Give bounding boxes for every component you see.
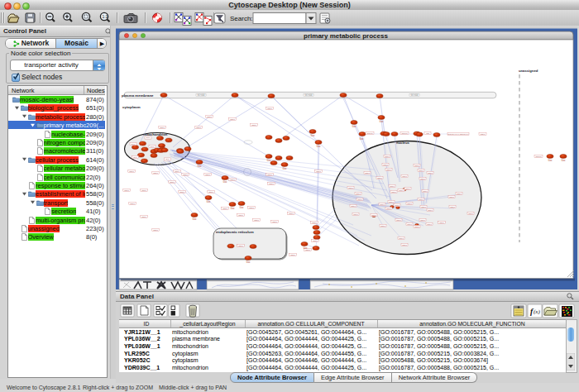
svg-text:GO:0: GO:0 <box>421 206 426 208</box>
svg-text:GO:0: GO:0 <box>208 191 213 194</box>
svg-text:GO:004: GO:004 <box>410 93 419 97</box>
svg-text:GO:0: GO:0 <box>160 127 165 129</box>
svg-text:GO:0: GO:0 <box>423 190 428 193</box>
svg-text:GO:0: GO:0 <box>351 205 356 208</box>
svg-text:GO:0: GO:0 <box>395 204 400 207</box>
svg-text:Gxx: Gxx <box>304 246 309 250</box>
svg-text:GO:0: GO:0 <box>371 214 376 217</box>
svg-text:plasma membrane: plasma membrane <box>122 93 154 98</box>
svg-text:Gxx: Gxx <box>315 237 320 241</box>
svg-text:GO:0: GO:0 <box>399 189 404 192</box>
svg-text:GO:00: GO:00 <box>535 155 542 158</box>
svg-text:GO:0: GO:0 <box>414 226 419 228</box>
svg-text:GO:0: GO:0 <box>267 108 272 110</box>
svg-text:Gxx: Gxx <box>193 218 198 221</box>
svg-text:GO:0: GO:0 <box>428 172 433 174</box>
svg-text:GO:0: GO:0 <box>356 193 361 195</box>
svg-text:GO:0: GO:0 <box>450 206 455 208</box>
svg-text:Gxx: Gxx <box>562 159 567 162</box>
svg-text:GO:0: GO:0 <box>175 170 179 173</box>
svg-text:GO:0: GO:0 <box>383 164 388 166</box>
svg-text:1:1: 1:1 <box>102 14 108 19</box>
svg-text:GO:0: GO:0 <box>439 222 444 224</box>
svg-text:GO:0: GO:0 <box>223 208 227 210</box>
svg-text:Gxx: Gxx <box>360 137 365 141</box>
svg-text:Gxx: Gxx <box>311 134 316 137</box>
svg-text:GO:0: GO:0 <box>377 177 382 179</box>
svg-text:GO:0: GO:0 <box>357 198 362 201</box>
svg-text:GO:0: GO:0 <box>153 229 158 232</box>
svg-text:GO:0: GO:0 <box>207 116 212 118</box>
svg-text:GO:0: GO:0 <box>402 175 407 178</box>
svg-text:GO:0: GO:0 <box>130 203 135 205</box>
svg-text:Gxx: Gxx <box>352 125 357 128</box>
svg-text:Gxx: Gxx <box>223 180 228 184</box>
svg-text:GO:004: GO:004 <box>304 93 313 97</box>
svg-text:endoplasmic reticulum: endoplasmic reticulum <box>216 230 254 234</box>
svg-text:GO:0: GO:0 <box>389 201 394 203</box>
svg-text:Gxx: Gxx <box>246 261 251 264</box>
svg-text:GO:0044444 GO:00444: GO:0044444 GO:00444 <box>447 133 469 136</box>
svg-text:GO:0: GO:0 <box>414 165 419 167</box>
svg-text:GO:0: GO:0 <box>316 170 321 173</box>
svg-text:primary metabolic process: primary metabolic process <box>304 32 388 40</box>
svg-text:GO:0: GO:0 <box>380 203 385 206</box>
svg-text:GO:0: GO:0 <box>386 169 391 171</box>
svg-text:GO:0: GO:0 <box>183 174 188 176</box>
svg-text:GO:0: GO:0 <box>289 213 294 215</box>
svg-text:GO:0: GO:0 <box>481 133 486 136</box>
svg-text:GO:0: GO:0 <box>230 118 235 121</box>
svg-text:GO:0: GO:0 <box>141 189 146 192</box>
svg-text:unassigned: unassigned <box>519 69 538 73</box>
svg-text:GO:0: GO:0 <box>420 219 425 222</box>
svg-text:GO:0: GO:0 <box>391 191 396 194</box>
svg-text:GO:0: GO:0 <box>380 225 385 227</box>
svg-text:GO:0: GO:0 <box>129 170 134 173</box>
svg-text:Search:: Search: <box>230 15 253 22</box>
svg-text:GO:0: GO:0 <box>396 219 401 222</box>
svg-text:GO:0: GO:0 <box>348 187 353 189</box>
svg-text:GO:0: GO:0 <box>269 183 274 185</box>
svg-text:GO:0: GO:0 <box>419 170 423 172</box>
svg-text:cytoplasm: cytoplasm <box>122 105 141 109</box>
svg-text:(x): (x) <box>534 308 540 315</box>
svg-text:Gxx: Gxx <box>198 165 203 168</box>
svg-text:Gxx: Gxx <box>267 159 272 162</box>
svg-text:GO:00: GO:00 <box>366 132 373 135</box>
svg-text:GO:00: GO:00 <box>401 132 408 135</box>
svg-text:GO:0: GO:0 <box>405 188 410 190</box>
svg-text:GO:0: GO:0 <box>312 222 317 224</box>
svg-text:Gxx: Gxx <box>548 159 553 162</box>
svg-text:GO:0: GO:0 <box>457 193 462 195</box>
svg-text:mitochondrion: mitochondrion <box>143 132 168 136</box>
svg-text:GO:0: GO:0 <box>449 196 454 198</box>
svg-text:GO:0: GO:0 <box>390 185 395 188</box>
svg-text:GO:0: GO:0 <box>399 237 404 240</box>
svg-text:GO:0: GO:0 <box>468 213 473 215</box>
svg-text:GO:0: GO:0 <box>267 174 272 176</box>
svg-text:GO:0: GO:0 <box>402 244 407 246</box>
svg-text:GO:0: GO:0 <box>170 181 175 184</box>
svg-text:GO:0: GO:0 <box>272 221 277 223</box>
svg-text:GO:0: GO:0 <box>141 216 146 218</box>
svg-text:GO:0: GO:0 <box>230 179 235 181</box>
svg-text:GO:0: GO:0 <box>153 172 158 174</box>
svg-text:nucleus: nucleus <box>396 141 409 145</box>
svg-text:Gxx: Gxx <box>283 167 288 170</box>
svg-text:Gxx: Gxx <box>231 207 236 210</box>
svg-text:GO:0: GO:0 <box>124 189 129 192</box>
svg-text:GO:0: GO:0 <box>249 207 254 209</box>
svg-text:GO:0: GO:0 <box>251 124 256 127</box>
svg-text:Gxx: Gxx <box>240 206 245 209</box>
svg-text:GO:0: GO:0 <box>407 203 412 205</box>
svg-text:GO:0: GO:0 <box>238 214 243 217</box>
svg-text:GO:0: GO:0 <box>386 208 391 210</box>
svg-text:Gxx: Gxx <box>207 200 212 203</box>
svg-text:GO:004: GO:004 <box>197 93 205 97</box>
svg-text:GO: GO <box>426 132 429 135</box>
svg-text:GO:0: GO:0 <box>427 223 432 226</box>
svg-text:GO:0: GO:0 <box>238 245 243 247</box>
svg-text:GO:0: GO:0 <box>419 198 423 201</box>
svg-text:GO:0: GO:0 <box>254 219 259 222</box>
svg-text:GO:0: GO:0 <box>407 223 412 226</box>
